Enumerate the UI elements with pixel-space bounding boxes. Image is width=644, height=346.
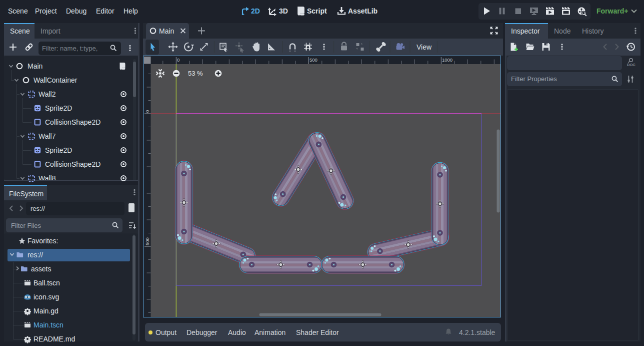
svg-text:53 %: 53 % (188, 70, 203, 77)
svg-text:0: 0 (177, 57, 180, 63)
svg-text:1000: 1000 (442, 57, 452, 63)
svg-text:500: 500 (310, 57, 318, 63)
svg-text:0: 0 (144, 110, 150, 112)
svg-text:500: 500 (144, 237, 150, 245)
